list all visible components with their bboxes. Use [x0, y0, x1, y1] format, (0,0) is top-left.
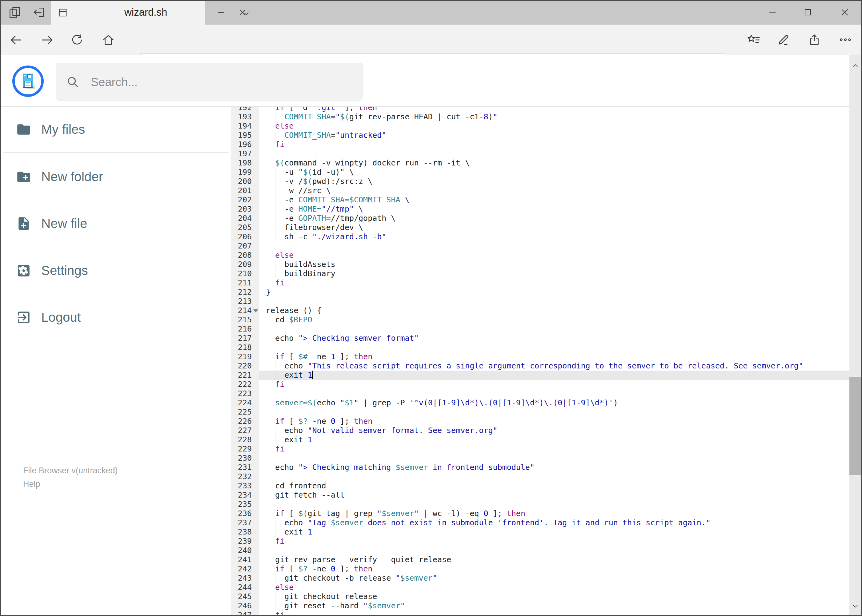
favorites-hub-icon[interactable] [747, 33, 761, 47]
search-icon [66, 75, 80, 89]
code-line: buildAssets [266, 260, 336, 269]
window-border-top [0, 0, 862, 1]
line-number: 217 [231, 334, 259, 343]
app-logo[interactable] [12, 66, 44, 97]
search-bar[interactable] [56, 63, 363, 101]
line-number: 220 [231, 361, 259, 371]
code-line: cd $REPO [266, 315, 312, 324]
line-number: 204 [231, 214, 259, 223]
sidebar-item-label: New folder [41, 167, 103, 187]
line-number: 240 [231, 546, 259, 555]
code-line: else [266, 121, 293, 131]
line-number: 244 [231, 583, 259, 592]
window-border-right [861, 0, 862, 616]
line-number: 223 [231, 389, 259, 398]
forward-icon[interactable] [40, 33, 55, 47]
browser-toolbar: filebrowser.web/files/wizard.sh [0, 25, 862, 55]
scroll-down-icon[interactable] [851, 602, 860, 611]
line-number: 199 [231, 168, 259, 177]
scroll-up-icon[interactable] [851, 61, 860, 70]
help-link[interactable]: Help [23, 479, 40, 489]
code-line: if [ $? -ne 0 ]; then [266, 417, 372, 426]
line-number: 193 [231, 112, 259, 121]
active-line-highlight [259, 371, 849, 380]
line-number: 230 [231, 454, 259, 463]
new-tab-icon[interactable] [216, 7, 226, 17]
sidebar-item-settings[interactable]: Settings [1, 261, 229, 280]
code-line: -e HOME="//tmp" \ [266, 204, 363, 214]
tab-title: wizard.sh [124, 0, 167, 25]
close-icon[interactable] [839, 7, 850, 18]
page-scrollbar[interactable] [849, 55, 861, 616]
sidebar-divider [3, 152, 229, 153]
refresh-icon[interactable] [70, 33, 84, 47]
code-line: fi [266, 380, 284, 389]
code-line: fi [266, 278, 284, 288]
line-number: 241 [231, 555, 259, 564]
line-number: 194 [231, 121, 259, 131]
line-number: 227 [231, 426, 259, 435]
code-line: sh -c "./wizard.sh -b" [266, 232, 386, 241]
code-line: echo "> Checking matching $semver in fro… [266, 463, 534, 472]
sidebar-item-new-file[interactable]: New file [1, 214, 229, 233]
scrollbar-thumb[interactable] [849, 377, 861, 475]
code-line: buildBinary [266, 269, 336, 278]
code-line: git checkout -b release "$semver" [266, 574, 437, 583]
line-number: 243 [231, 574, 259, 583]
code-line: echo "> Checking semver format" [266, 334, 419, 343]
line-number: 221 [231, 371, 259, 380]
line-number: 211 [231, 278, 259, 288]
search-input[interactable] [90, 63, 353, 101]
tabs-preview-icon[interactable] [8, 6, 22, 19]
sidebar-item-label: Logout [41, 308, 80, 327]
share-icon[interactable] [808, 33, 822, 47]
text-cursor [312, 371, 313, 379]
more-icon[interactable] [838, 33, 853, 47]
line-number: 215 [231, 315, 259, 324]
line-number: 207 [231, 241, 259, 251]
code-line: git reset --hard "$semver" [266, 601, 405, 610]
code-line: cd frontend [266, 481, 326, 490]
sidebar-item-label: New file [41, 214, 87, 233]
sidebar-item-new-folder[interactable]: New folder [1, 167, 229, 187]
line-number: 208 [231, 251, 259, 260]
sidebar-divider [3, 247, 229, 247]
sidebar-item-my-files[interactable]: My files [1, 119, 229, 139]
line-number: 209 [231, 260, 259, 269]
line-number: 245 [231, 592, 259, 601]
line-number: 205 [231, 223, 259, 232]
line-number: 203 [231, 204, 259, 214]
fold-toggle-icon[interactable] [253, 310, 258, 313]
maximize-icon[interactable] [802, 7, 813, 18]
code-line: echo "This release script requires a sin… [266, 361, 803, 371]
code-line: else [266, 251, 293, 260]
code-line: COMMIT_SHA="untracked" [266, 131, 386, 140]
app-header [0, 55, 849, 107]
line-number: 210 [231, 269, 259, 278]
line-number: 236 [231, 509, 259, 518]
browser-tab[interactable]: wizard.sh [51, 0, 205, 25]
line-number: 218 [231, 343, 259, 352]
code-line: if [ $(git tag | grep "$semver" | wc -l)… [266, 509, 525, 518]
line-number: 195 [231, 131, 259, 140]
home-icon[interactable] [101, 33, 115, 47]
line-number: 196 [231, 140, 259, 149]
code-line: if [ $? -ne 0 ]; then [266, 564, 372, 574]
code-line: fi [266, 445, 284, 454]
line-number: 226 [231, 417, 259, 426]
code-editor[interactable]: 192 if [ -d ".git" ]; then193 COMMIT_SHA… [231, 107, 849, 616]
line-number: 197 [231, 149, 259, 159]
code-line: -w //src \ [266, 186, 331, 195]
back-icon[interactable] [9, 33, 24, 47]
line-number: 198 [231, 159, 259, 168]
line-number: 232 [231, 472, 259, 481]
tab-list-chevron-icon[interactable] [241, 9, 251, 18]
minimize-icon[interactable] [767, 7, 778, 18]
web-note-icon[interactable] [777, 33, 791, 47]
set-tabs-aside-icon[interactable] [32, 6, 46, 19]
app-version-text: File Browser v(untracked) [23, 466, 118, 475]
code-line: -v /$(pwd):/src:z \ [266, 177, 372, 186]
line-number: 216 [231, 324, 259, 334]
line-number: 237 [231, 518, 259, 527]
sidebar-item-logout[interactable]: Logout [1, 308, 229, 327]
